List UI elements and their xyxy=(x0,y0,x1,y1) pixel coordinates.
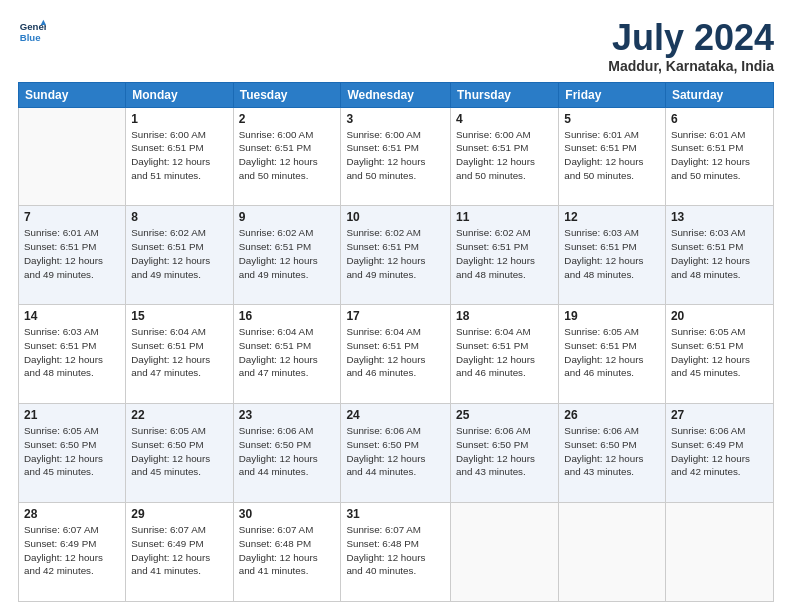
calendar-week-row: 28Sunrise: 6:07 AM Sunset: 6:49 PM Dayli… xyxy=(19,503,774,602)
day-number: 4 xyxy=(456,112,553,126)
calendar-day-header: Monday xyxy=(126,82,233,107)
calendar-cell: 24Sunrise: 6:06 AM Sunset: 6:50 PM Dayli… xyxy=(341,404,451,503)
calendar-week-row: 14Sunrise: 6:03 AM Sunset: 6:51 PM Dayli… xyxy=(19,305,774,404)
day-number: 15 xyxy=(131,309,227,323)
cell-info: Sunrise: 6:01 AM Sunset: 6:51 PM Dayligh… xyxy=(24,226,120,281)
calendar-cell: 6Sunrise: 6:01 AM Sunset: 6:51 PM Daylig… xyxy=(665,107,773,206)
cell-info: Sunrise: 6:02 AM Sunset: 6:51 PM Dayligh… xyxy=(456,226,553,281)
cell-info: Sunrise: 6:07 AM Sunset: 6:48 PM Dayligh… xyxy=(239,523,336,578)
cell-info: Sunrise: 6:03 AM Sunset: 6:51 PM Dayligh… xyxy=(564,226,660,281)
calendar-cell: 30Sunrise: 6:07 AM Sunset: 6:48 PM Dayli… xyxy=(233,503,341,602)
cell-info: Sunrise: 6:07 AM Sunset: 6:48 PM Dayligh… xyxy=(346,523,445,578)
day-number: 8 xyxy=(131,210,227,224)
day-number: 25 xyxy=(456,408,553,422)
calendar-cell: 12Sunrise: 6:03 AM Sunset: 6:51 PM Dayli… xyxy=(559,206,666,305)
calendar-cell: 31Sunrise: 6:07 AM Sunset: 6:48 PM Dayli… xyxy=(341,503,451,602)
day-number: 18 xyxy=(456,309,553,323)
calendar-week-row: 1Sunrise: 6:00 AM Sunset: 6:51 PM Daylig… xyxy=(19,107,774,206)
calendar-cell: 27Sunrise: 6:06 AM Sunset: 6:49 PM Dayli… xyxy=(665,404,773,503)
day-number: 16 xyxy=(239,309,336,323)
day-number: 10 xyxy=(346,210,445,224)
calendar-cell: 8Sunrise: 6:02 AM Sunset: 6:51 PM Daylig… xyxy=(126,206,233,305)
day-number: 26 xyxy=(564,408,660,422)
cell-info: Sunrise: 6:07 AM Sunset: 6:49 PM Dayligh… xyxy=(24,523,120,578)
calendar-day-header: Tuesday xyxy=(233,82,341,107)
calendar-cell: 23Sunrise: 6:06 AM Sunset: 6:50 PM Dayli… xyxy=(233,404,341,503)
calendar-cell: 15Sunrise: 6:04 AM Sunset: 6:51 PM Dayli… xyxy=(126,305,233,404)
cell-info: Sunrise: 6:06 AM Sunset: 6:50 PM Dayligh… xyxy=(346,424,445,479)
cell-info: Sunrise: 6:01 AM Sunset: 6:51 PM Dayligh… xyxy=(671,128,768,183)
calendar-cell: 19Sunrise: 6:05 AM Sunset: 6:51 PM Dayli… xyxy=(559,305,666,404)
calendar-cell: 5Sunrise: 6:01 AM Sunset: 6:51 PM Daylig… xyxy=(559,107,666,206)
cell-info: Sunrise: 6:05 AM Sunset: 6:51 PM Dayligh… xyxy=(564,325,660,380)
day-number: 12 xyxy=(564,210,660,224)
day-number: 21 xyxy=(24,408,120,422)
cell-info: Sunrise: 6:02 AM Sunset: 6:51 PM Dayligh… xyxy=(346,226,445,281)
cell-info: Sunrise: 6:03 AM Sunset: 6:51 PM Dayligh… xyxy=(24,325,120,380)
cell-info: Sunrise: 6:00 AM Sunset: 6:51 PM Dayligh… xyxy=(456,128,553,183)
calendar-cell xyxy=(559,503,666,602)
day-number: 27 xyxy=(671,408,768,422)
location: Maddur, Karnataka, India xyxy=(608,58,774,74)
day-number: 29 xyxy=(131,507,227,521)
cell-info: Sunrise: 6:00 AM Sunset: 6:51 PM Dayligh… xyxy=(346,128,445,183)
calendar-cell: 3Sunrise: 6:00 AM Sunset: 6:51 PM Daylig… xyxy=(341,107,451,206)
day-number: 20 xyxy=(671,309,768,323)
logo: General Blue xyxy=(18,18,46,46)
calendar-cell: 25Sunrise: 6:06 AM Sunset: 6:50 PM Dayli… xyxy=(451,404,559,503)
cell-info: Sunrise: 6:04 AM Sunset: 6:51 PM Dayligh… xyxy=(346,325,445,380)
cell-info: Sunrise: 6:00 AM Sunset: 6:51 PM Dayligh… xyxy=(131,128,227,183)
day-number: 3 xyxy=(346,112,445,126)
calendar-cell: 22Sunrise: 6:05 AM Sunset: 6:50 PM Dayli… xyxy=(126,404,233,503)
calendar-cell: 1Sunrise: 6:00 AM Sunset: 6:51 PM Daylig… xyxy=(126,107,233,206)
cell-info: Sunrise: 6:04 AM Sunset: 6:51 PM Dayligh… xyxy=(456,325,553,380)
calendar-cell: 21Sunrise: 6:05 AM Sunset: 6:50 PM Dayli… xyxy=(19,404,126,503)
day-number: 13 xyxy=(671,210,768,224)
calendar-cell: 10Sunrise: 6:02 AM Sunset: 6:51 PM Dayli… xyxy=(341,206,451,305)
svg-text:Blue: Blue xyxy=(20,32,41,43)
day-number: 17 xyxy=(346,309,445,323)
cell-info: Sunrise: 6:06 AM Sunset: 6:49 PM Dayligh… xyxy=(671,424,768,479)
calendar-cell: 20Sunrise: 6:05 AM Sunset: 6:51 PM Dayli… xyxy=(665,305,773,404)
calendar-day-header: Friday xyxy=(559,82,666,107)
logo-icon: General Blue xyxy=(18,18,46,46)
day-number: 11 xyxy=(456,210,553,224)
calendar-cell: 29Sunrise: 6:07 AM Sunset: 6:49 PM Dayli… xyxy=(126,503,233,602)
day-number: 7 xyxy=(24,210,120,224)
cell-info: Sunrise: 6:04 AM Sunset: 6:51 PM Dayligh… xyxy=(239,325,336,380)
calendar-week-row: 21Sunrise: 6:05 AM Sunset: 6:50 PM Dayli… xyxy=(19,404,774,503)
calendar-cell: 2Sunrise: 6:00 AM Sunset: 6:51 PM Daylig… xyxy=(233,107,341,206)
calendar-cell: 9Sunrise: 6:02 AM Sunset: 6:51 PM Daylig… xyxy=(233,206,341,305)
cell-info: Sunrise: 6:03 AM Sunset: 6:51 PM Dayligh… xyxy=(671,226,768,281)
cell-info: Sunrise: 6:00 AM Sunset: 6:51 PM Dayligh… xyxy=(239,128,336,183)
calendar-cell xyxy=(451,503,559,602)
calendar-day-header: Sunday xyxy=(19,82,126,107)
calendar-week-row: 7Sunrise: 6:01 AM Sunset: 6:51 PM Daylig… xyxy=(19,206,774,305)
day-number: 23 xyxy=(239,408,336,422)
cell-info: Sunrise: 6:06 AM Sunset: 6:50 PM Dayligh… xyxy=(456,424,553,479)
day-number: 6 xyxy=(671,112,768,126)
cell-info: Sunrise: 6:05 AM Sunset: 6:50 PM Dayligh… xyxy=(24,424,120,479)
cell-info: Sunrise: 6:07 AM Sunset: 6:49 PM Dayligh… xyxy=(131,523,227,578)
month-title: July 2024 xyxy=(608,18,774,58)
cell-info: Sunrise: 6:02 AM Sunset: 6:51 PM Dayligh… xyxy=(131,226,227,281)
calendar-cell: 28Sunrise: 6:07 AM Sunset: 6:49 PM Dayli… xyxy=(19,503,126,602)
calendar-day-header: Saturday xyxy=(665,82,773,107)
cell-info: Sunrise: 6:04 AM Sunset: 6:51 PM Dayligh… xyxy=(131,325,227,380)
calendar-cell: 16Sunrise: 6:04 AM Sunset: 6:51 PM Dayli… xyxy=(233,305,341,404)
calendar-cell: 13Sunrise: 6:03 AM Sunset: 6:51 PM Dayli… xyxy=(665,206,773,305)
cell-info: Sunrise: 6:06 AM Sunset: 6:50 PM Dayligh… xyxy=(564,424,660,479)
calendar-cell: 14Sunrise: 6:03 AM Sunset: 6:51 PM Dayli… xyxy=(19,305,126,404)
calendar-day-header: Wednesday xyxy=(341,82,451,107)
calendar-cell: 4Sunrise: 6:00 AM Sunset: 6:51 PM Daylig… xyxy=(451,107,559,206)
title-block: July 2024 Maddur, Karnataka, India xyxy=(608,18,774,74)
day-number: 9 xyxy=(239,210,336,224)
day-number: 19 xyxy=(564,309,660,323)
cell-info: Sunrise: 6:01 AM Sunset: 6:51 PM Dayligh… xyxy=(564,128,660,183)
day-number: 22 xyxy=(131,408,227,422)
page-header: General Blue July 2024 Maddur, Karnataka… xyxy=(18,18,774,74)
calendar-table: SundayMondayTuesdayWednesdayThursdayFrid… xyxy=(18,82,774,602)
day-number: 28 xyxy=(24,507,120,521)
cell-info: Sunrise: 6:05 AM Sunset: 6:51 PM Dayligh… xyxy=(671,325,768,380)
day-number: 2 xyxy=(239,112,336,126)
